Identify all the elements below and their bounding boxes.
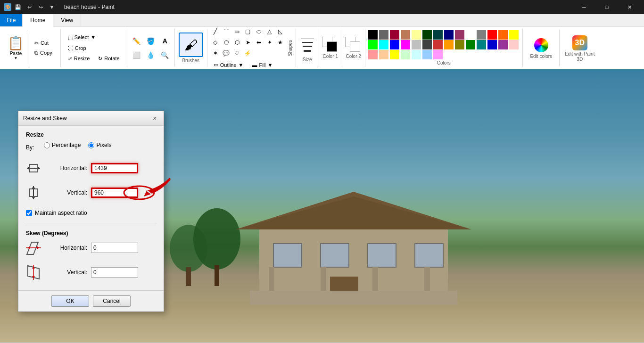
brushes-button[interactable]: 🖌 — [179, 33, 203, 57]
shape-ellipse[interactable]: ⬭ — [254, 26, 264, 37]
copy-button[interactable]: ⧉ Copy — [31, 49, 56, 57]
edit-colors-button[interactable]: Edit colors — [523, 29, 560, 67]
maintain-aspect-checkbox[interactable] — [26, 210, 32, 216]
tab-home[interactable]: Home — [23, 14, 53, 27]
palette-color-808080[interactable] — [477, 30, 486, 40]
palette-color-0000cc[interactable] — [487, 40, 497, 49]
shape-star6[interactable]: ✶ — [210, 48, 221, 58]
text-tool[interactable]: A — [158, 34, 172, 48]
maximize-btn[interactable]: □ — [596, 0, 618, 14]
color1-group[interactable]: Color 1 — [319, 29, 342, 67]
percentage-radio-label[interactable]: Percentage — [44, 142, 81, 148]
palette-color-ffffff[interactable] — [466, 30, 475, 40]
palette-color-990030[interactable] — [390, 30, 399, 40]
palette-color-00007f[interactable] — [444, 30, 454, 40]
undo-quick-btn[interactable]: ↩ — [25, 2, 34, 12]
shape-triangle[interactable]: △ — [264, 26, 275, 37]
shape-heart[interactable]: ♡ — [232, 48, 242, 58]
window-close-btn[interactable]: ✕ — [619, 0, 640, 14]
pixels-radio[interactable] — [88, 142, 94, 148]
tab-view[interactable]: View — [53, 14, 81, 26]
tab-file[interactable]: File — [0, 14, 23, 26]
palette-color-ff9999[interactable] — [368, 50, 378, 59]
palette-color-ff99ff[interactable] — [433, 50, 443, 59]
minimize-btn[interactable]: ─ — [573, 0, 595, 14]
palette-color-ffff00[interactable] — [390, 50, 399, 59]
palette-color-ff0000[interactable] — [487, 30, 497, 40]
color2-group[interactable]: Color 2 — [342, 29, 365, 67]
pencil-tool[interactable]: ✏️ — [130, 34, 143, 48]
palette-color-00ff00[interactable] — [368, 40, 378, 49]
palette-color-000000[interactable] — [368, 30, 378, 40]
shape-arrow[interactable]: ➤ — [243, 37, 253, 48]
palette-color-ffcccc[interactable] — [509, 40, 519, 49]
palette-color-0000ff[interactable] — [390, 40, 399, 49]
resize-button[interactable]: ⤢ Resize — [65, 54, 93, 63]
shape-diamond[interactable]: ◇ — [210, 37, 221, 48]
picker-tool[interactable]: 💧 — [144, 49, 157, 62]
magnifier-tool[interactable]: 🔍 — [158, 49, 172, 62]
palette-color-b97a57[interactable] — [401, 30, 410, 40]
outline-button[interactable]: ▭ Outline ▼ — [210, 60, 247, 69]
shape-right-triangle[interactable]: ◺ — [275, 26, 286, 37]
palette-color-404040[interactable] — [422, 40, 432, 49]
shape-rect[interactable]: ▭ — [232, 26, 242, 37]
ok-button[interactable]: OK — [51, 295, 89, 307]
save-quick-btn[interactable]: 💾 — [13, 2, 23, 12]
palette-color-cc3333[interactable] — [433, 40, 443, 49]
rotate-button[interactable]: ↻ Rotate — [95, 54, 123, 63]
redo-quick-btn[interactable]: ↪ — [36, 2, 45, 12]
customize-quick-btn[interactable]: ▼ — [47, 2, 57, 12]
palette-color-ffff00[interactable] — [509, 30, 519, 40]
palette-color-004040[interactable] — [433, 30, 443, 40]
palette-color-ff00ff[interactable] — [401, 40, 410, 49]
palette-color-004000[interactable] — [422, 30, 432, 40]
shape-arrow2[interactable]: ⬅ — [254, 37, 264, 48]
dialog-close-button[interactable]: × — [150, 114, 159, 122]
clipboard-sub: ✂ Cut ⧉ Copy — [29, 31, 58, 65]
select-label: Select — [74, 34, 89, 40]
palette-color-008000[interactable] — [466, 40, 475, 49]
eraser-tool[interactable]: ⬜ — [130, 49, 143, 62]
palette-color-00ffff[interactable] — [379, 40, 388, 49]
size-group[interactable]: Size — [296, 29, 319, 67]
cut-button[interactable]: ✂ Cut — [31, 39, 56, 48]
svg-marker-27 — [37, 246, 39, 249]
palette-color-993366[interactable] — [455, 30, 464, 40]
palette-color-ffff99[interactable] — [412, 30, 421, 40]
palette-color-008080[interactable] — [477, 40, 486, 49]
edit-with-paint3d-button[interactable]: 3D Edit with Paint 3D — [560, 29, 600, 67]
palette-color-ccffff[interactable] — [412, 50, 421, 59]
shape-line[interactable]: ╱ — [210, 26, 221, 37]
crop-button[interactable]: ⛶ Crop — [65, 44, 123, 52]
paste-button[interactable]: 📋 Paste ▼ — [3, 31, 29, 65]
palette-color-ff6600[interactable] — [498, 30, 508, 40]
shape-callout[interactable]: 💬 — [221, 48, 231, 58]
vertical-resize-input[interactable] — [91, 188, 138, 198]
shape-star5[interactable]: ★ — [275, 37, 286, 48]
percentage-radio[interactable] — [44, 142, 50, 148]
fill-shape-button[interactable]: ▬ Fill ▼ — [248, 60, 276, 69]
shape-lightning[interactable]: ⚡ — [243, 48, 253, 58]
horizontal-resize-input[interactable] — [91, 163, 138, 173]
palette-color-ffcc99[interactable] — [379, 50, 388, 59]
palette-color-666666[interactable] — [379, 30, 388, 40]
title-text: beach house - Paint — [64, 4, 115, 10]
pixels-radio-label[interactable]: Pixels — [88, 142, 111, 148]
palette-color-ff9900[interactable] — [444, 40, 454, 49]
shape-pentagon[interactable]: ⬠ — [221, 37, 231, 48]
cancel-button[interactable]: Cancel — [93, 295, 131, 307]
fill-tool[interactable]: 🪣 — [144, 34, 157, 48]
shape-hexagon[interactable]: ⬡ — [232, 37, 242, 48]
palette-color-993399[interactable] — [498, 40, 508, 49]
shape-round-rect[interactable]: ▢ — [243, 26, 253, 37]
palette-color-808000[interactable] — [455, 40, 464, 49]
vertical-skew-input[interactable] — [91, 267, 138, 278]
shape-star4[interactable]: ✦ — [264, 37, 275, 48]
palette-color-ccffcc[interactable] — [401, 50, 410, 59]
shape-curve[interactable]: ⌒ — [221, 26, 231, 37]
palette-color-c0c0c0[interactable] — [412, 40, 421, 49]
horizontal-skew-input[interactable] — [91, 243, 138, 253]
select-button[interactable]: ⬚ Select ▼ — [65, 33, 99, 42]
palette-color-99ccff[interactable] — [422, 50, 432, 59]
